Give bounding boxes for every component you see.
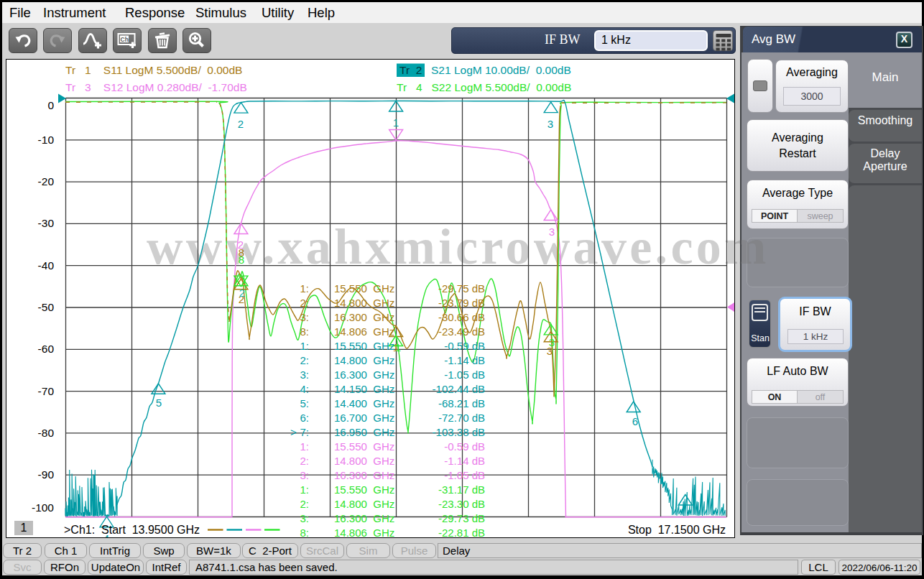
svg-text:0: 0 xyxy=(47,99,54,111)
svg-text:3:: 3: xyxy=(300,311,309,323)
svg-text:5: 5 xyxy=(156,397,162,409)
svg-text:-23.30 dB: -23.30 dB xyxy=(438,498,485,510)
svg-text:16.300 GHz: 16.300 GHz xyxy=(334,512,394,524)
svg-text:S21 LogM 10.00dB/ 0.00dB: S21 LogM 10.00dB/ 0.00dB xyxy=(431,64,571,76)
svg-text:-10: -10 xyxy=(38,134,55,146)
svg-text:8:: 8: xyxy=(300,325,309,338)
svg-text:6: 6 xyxy=(632,415,638,427)
svg-text:Stop 17.1500 GHz: Stop 17.1500 GHz xyxy=(628,524,726,536)
svg-text:3: 3 xyxy=(548,118,553,130)
svg-text:-102.44 dB: -102.44 dB xyxy=(433,383,485,395)
svg-text:15.550 GHz: 15.550 GHz xyxy=(334,483,394,496)
svg-text:-20: -20 xyxy=(38,175,55,187)
svg-text:2:: 2: xyxy=(300,354,309,366)
svg-text:-100: -100 xyxy=(32,501,54,514)
svg-text:2:: 2: xyxy=(300,455,309,467)
svg-text:4:: 4: xyxy=(300,383,309,395)
svg-text:14.800 GHz: 14.800 GHz xyxy=(334,498,394,510)
svg-text:-72.70 dB: -72.70 dB xyxy=(438,412,485,424)
svg-text:3:: 3: xyxy=(300,369,309,381)
svg-text:-30: -30 xyxy=(38,217,55,229)
svg-text:1:: 1: xyxy=(300,440,309,453)
svg-text:6:: 6: xyxy=(300,412,309,424)
svg-text:14.800 GHz: 14.800 GHz xyxy=(334,455,394,467)
svg-text:8: 8 xyxy=(239,254,244,266)
svg-text:2:: 2: xyxy=(300,297,309,309)
svg-text:-22.81 dB: -22.81 dB xyxy=(438,527,485,539)
svg-text:14.806 GHz: 14.806 GHz xyxy=(334,527,394,539)
svg-text:3: 3 xyxy=(549,336,555,348)
svg-text:15.550 GHz: 15.550 GHz xyxy=(334,340,394,352)
svg-text:>Ch1: Start 13.9500 GHz: >Ch1: Start 13.9500 GHz xyxy=(64,524,200,536)
svg-text:-0.59 dB: -0.59 dB xyxy=(444,440,485,453)
svg-text:-70: -70 xyxy=(38,385,55,397)
svg-text:2: 2 xyxy=(239,287,245,299)
svg-text:1: 1 xyxy=(395,341,401,353)
svg-text:1:: 1: xyxy=(300,282,309,295)
svg-text:16.300 GHz: 16.300 GHz xyxy=(334,311,394,323)
svg-text:15.550 GHz: 15.550 GHz xyxy=(334,282,394,295)
svg-text:16.700 GHz: 16.700 GHz xyxy=(334,412,394,424)
svg-text:1:: 1: xyxy=(300,483,309,496)
svg-text:3:: 3: xyxy=(300,512,309,524)
svg-text:-31.17 dB: -31.17 dB xyxy=(438,483,485,496)
svg-text:-68.21 dB: -68.21 dB xyxy=(438,397,485,409)
svg-text:-1.05 dB: -1.05 dB xyxy=(444,369,485,381)
svg-text:Tr 2: Tr 2 xyxy=(399,64,422,76)
svg-text:Tr 1 S11 LogM 5.500dB/ 0: Tr 1 S11 LogM 5.500dB/ 0.00dB xyxy=(65,64,242,76)
svg-text:-1.05 dB: -1.05 dB xyxy=(444,469,485,481)
svg-text:Tr 3 S12 LogM 0.280dB/ -: Tr 3 S12 LogM 0.280dB/ -1.70dB xyxy=(65,81,247,93)
svg-text:2:: 2: xyxy=(300,498,309,510)
svg-text:5:: 5: xyxy=(300,397,309,409)
svg-text:-23.49 dB: -23.49 dB xyxy=(438,325,485,338)
svg-text:1:: 1: xyxy=(300,340,309,352)
svg-text:-23.79 dB: -23.79 dB xyxy=(438,297,485,309)
svg-text:-90: -90 xyxy=(38,468,55,481)
svg-text:Tr 4 S22 LogM 5.500dB/ 0.: Tr 4 S22 LogM 5.500dB/ 0.00dB xyxy=(397,81,571,93)
svg-text:14.800 GHz: 14.800 GHz xyxy=(334,297,394,309)
svg-text:-1.14 dB: -1.14 dB xyxy=(444,455,485,467)
svg-text:-50: -50 xyxy=(38,301,55,313)
svg-text:-29.73 dB: -29.73 dB xyxy=(438,512,485,524)
svg-text:-60: -60 xyxy=(38,343,55,355)
svg-text:1: 1 xyxy=(393,116,399,129)
svg-text:15.550 GHz: 15.550 GHz xyxy=(334,440,394,453)
svg-text:-30.66 dB: -30.66 dB xyxy=(438,311,485,323)
svg-text:-1.14 dB: -1.14 dB xyxy=(444,354,485,366)
svg-text:-0.59 dB: -0.59 dB xyxy=(444,340,485,352)
svg-text:8:: 8: xyxy=(300,527,309,539)
svg-text:-29.75 dB: -29.75 dB xyxy=(438,282,485,295)
svg-text:14.150 GHz: 14.150 GHz xyxy=(334,383,394,395)
svg-text:2: 2 xyxy=(238,118,244,130)
svg-text:>: > xyxy=(290,426,297,438)
svg-text:-80: -80 xyxy=(38,427,55,439)
svg-text:7:: 7: xyxy=(300,426,309,438)
svg-text:-103.38 dB: -103.38 dB xyxy=(433,426,485,438)
svg-text:-40: -40 xyxy=(38,259,55,272)
svg-text:14.806 GHz: 14.806 GHz xyxy=(334,325,394,338)
svg-text:16.300 GHz: 16.300 GHz xyxy=(334,369,394,381)
svg-text:14.400 GHz: 14.400 GHz xyxy=(334,397,394,409)
svg-text:3:: 3: xyxy=(300,469,309,481)
svg-text:16.300 GHz: 16.300 GHz xyxy=(334,469,394,481)
svg-text:16.950 GHz: 16.950 GHz xyxy=(334,426,394,438)
svg-text:14.800 GHz: 14.800 GHz xyxy=(334,354,394,366)
svg-text:3: 3 xyxy=(549,226,555,238)
